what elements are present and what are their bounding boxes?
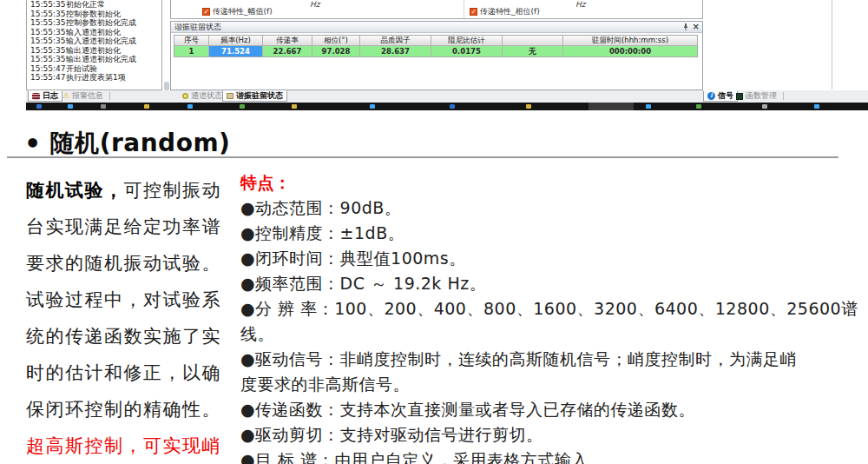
- paragraph-line: 台实现满足给定功率谱: [26, 209, 241, 245]
- taskbar-icon[interactable]: [68, 104, 73, 109]
- col-header-phase: 相位(°): [312, 36, 360, 45]
- col-header-dwell-time: 驻留时间(hhh:mm:ss): [563, 36, 697, 45]
- pin-icon[interactable]: [682, 23, 689, 30]
- paragraph-line: 要求的随机振动试验。: [26, 245, 241, 282]
- cell-frequency-selected[interactable]: 71.524: [209, 46, 263, 56]
- taskbar-icon[interactable]: [187, 104, 193, 109]
- taskbar-icon[interactable]: [646, 104, 651, 109]
- heading-text: 随机(random): [50, 127, 231, 160]
- checkbox-checked-icon[interactable]: [470, 8, 477, 16]
- taskbar-icon[interactable]: [101, 104, 106, 109]
- legend-transfer-phase[interactable]: 传递特性_相位(f): [470, 6, 540, 17]
- resonance-dwell-panel: 谐振驻留状态 × 序号 频率(Hz) 传递率 相位(°) 品质因子 阻尼比估计 …: [170, 21, 703, 90]
- feature-item: ●分 辨 率：100、200、400、800、1600、3200、6400、12…: [240, 296, 865, 321]
- col-header-index: 序号: [174, 36, 209, 45]
- legend-label: 传递特性_幅值(f): [213, 6, 273, 17]
- tab-label: 信号: [718, 90, 733, 102]
- info-icon: i: [707, 92, 715, 100]
- software-screenshot: 15:55:35初始化正常 15:55:35控制参数初始化 15:55:35控制…: [0, 0, 868, 111]
- log-entry: 15:55:35控制参数初始化: [27, 10, 161, 19]
- log-message: 输出通道初始化: [66, 46, 121, 56]
- checkbox-checked-icon[interactable]: [202, 8, 210, 16]
- taskbar-icon[interactable]: [814, 104, 819, 109]
- feature-item-continuation: 度要求的非高斯信号。: [240, 372, 865, 397]
- cell-index[interactable]: 1: [174, 46, 209, 56]
- log-entry: 15:55:47执行进度表第1项: [27, 73, 161, 83]
- feature-item: ●目 标 谱：由用户自定义，采用表格方式输入: [240, 447, 865, 464]
- bottom-tab-strip: 日志 ⚠ 报警信息 通道状态 谐振驻留状态 i 信号 函数管理: [26, 90, 868, 103]
- log-entry: 15:55:35输入通道初始化完成: [27, 36, 161, 46]
- cell-skip[interactable]: 无: [503, 46, 563, 56]
- feature-item: ●驱动信号：非峭度控制时，连续的高斯随机信号；峭度控制时，为满足峭: [240, 347, 865, 372]
- feature-item-continuation: 线。: [240, 321, 865, 347]
- panel-title: 谐振驻留状态: [174, 22, 221, 33]
- log-entry: 15:55:35初始化正常: [27, 0, 161, 10]
- tab-function-manager[interactable]: 函数管理: [733, 90, 780, 102]
- taskbar-active-segment[interactable]: [589, 103, 634, 110]
- log-message: 输入通道初始化: [66, 28, 121, 37]
- taskbar-icon[interactable]: [36, 104, 42, 109]
- close-icon[interactable]: ×: [693, 23, 700, 31]
- warning-icon: ⚠: [62, 92, 69, 100]
- taskbar: [26, 103, 868, 110]
- panel-splitter[interactable]: [164, 82, 169, 90]
- log-time: 15:55:35: [30, 55, 62, 64]
- tab-log[interactable]: 日志: [28, 90, 62, 102]
- log-message: 控制参数初始化完成: [66, 18, 136, 28]
- tab-channel-status[interactable]: 通道状态: [179, 90, 226, 102]
- table-header-row: 序号 频率(Hz) 传递率 相位(°) 品质因子 阻尼比估计 驻留时间(hhh:…: [174, 36, 697, 46]
- cell-dwell-time[interactable]: 000:00:00: [563, 46, 697, 56]
- feature-item: ●频率范围：DC ～ 19.2k Hz。: [240, 271, 865, 296]
- cell-phase[interactable]: 97.028: [312, 46, 360, 56]
- col-header-damping: 阻尼比估计: [431, 36, 503, 45]
- tab-alarm-info[interactable]: ⚠ 报警信息: [59, 90, 107, 102]
- tab-resonance-dwell-status[interactable]: 谐振驻留状态: [222, 90, 287, 102]
- log-entry: 15:55:35输出通道初始化: [27, 46, 161, 56]
- taskbar-icon[interactable]: [526, 104, 531, 109]
- feature-item: ●传递函数：支持本次直接测量或者导入已存储的传递函数。: [240, 397, 865, 422]
- paragraph-line: 保闭环控制的精确性。: [26, 391, 241, 428]
- taskbar-icon[interactable]: [240, 104, 245, 109]
- taskbar-icon[interactable]: [696, 104, 701, 109]
- taskbar-icon[interactable]: [144, 104, 149, 109]
- taskbar-icon[interactable]: [370, 104, 375, 109]
- log-message: 开始试验: [66, 64, 97, 74]
- log-entry: 15:55:35输入通道初始化: [27, 28, 161, 37]
- chart-divider: [464, 0, 464, 18]
- tab-label: 函数管理: [746, 90, 777, 102]
- taskbar-icon[interactable]: [450, 104, 455, 109]
- cell-q-factor[interactable]: 28.637: [360, 46, 431, 56]
- cell-damping[interactable]: 0.0175: [431, 46, 503, 56]
- log-time: 15:55:47: [30, 73, 62, 83]
- resonance-table: 序号 频率(Hz) 传递率 相位(°) 品质因子 阻尼比估计 驻留时间(hhh:…: [174, 35, 698, 57]
- taskbar-icon[interactable]: [292, 104, 297, 109]
- log-time: 15:55:35: [30, 46, 62, 56]
- legend-transfer-amplitude[interactable]: 传递特性_幅值(f): [202, 6, 273, 17]
- paragraph-line: 时的估计和修正，以确: [26, 355, 241, 391]
- x-axis-unit-label: Hz: [310, 0, 320, 9]
- tab-separator: [783, 92, 784, 100]
- section-heading: • 随机(random): [24, 127, 230, 160]
- log-panel: 15:55:35初始化正常 15:55:35控制参数初始化 15:55:35控制…: [26, 0, 162, 90]
- log-entry: 15:55:47开始试验: [27, 64, 161, 74]
- log-time: 15:55:35: [30, 10, 62, 19]
- paragraph-line: 统的传递函数实施了实: [26, 318, 241, 355]
- paragraph-line-highlight: 超高斯控制，可实现峭: [26, 428, 241, 464]
- feature-item: ●动态范围：90dB。: [240, 196, 865, 221]
- tab-label: 通道状态: [191, 90, 222, 102]
- x-axis-unit-label: Hz: [575, 0, 586, 9]
- tab-label: 报警信息: [72, 90, 103, 102]
- cell-transmissibility[interactable]: 22.667: [263, 46, 312, 56]
- heading-underline: [7, 156, 838, 158]
- feature-item: ●控制精度：±1dB。: [240, 221, 865, 246]
- tab-label: 谐振驻留状态: [236, 90, 283, 102]
- log-icon: [32, 93, 40, 100]
- page: 15:55:35初始化正常 15:55:35控制参数初始化 15:55:35控制…: [0, 0, 868, 464]
- table-row[interactable]: 1 71.524 22.667 97.028 28.637 0.0175 无 0…: [174, 46, 697, 56]
- log-time: 15:55:35: [30, 36, 62, 46]
- col-header-frequency: 频率(Hz): [209, 36, 263, 45]
- taskbar-icon[interactable]: [762, 104, 767, 109]
- function-manager-icon: [736, 93, 743, 100]
- col-header-blank: [503, 36, 563, 45]
- channel-status-icon: [182, 93, 188, 99]
